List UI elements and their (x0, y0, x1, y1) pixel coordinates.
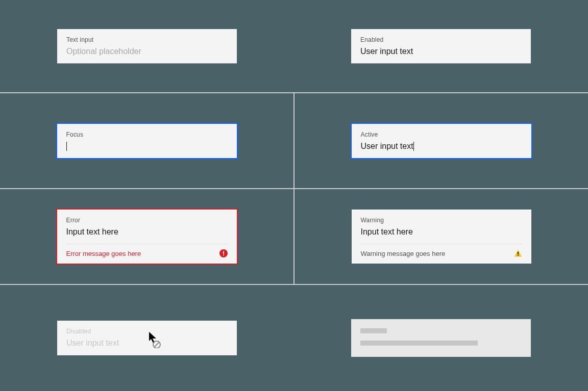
error-message-row: Error message goes here (57, 244, 237, 264)
cell-disabled: Disabled User input text (0, 284, 294, 391)
field-label: Focus (66, 131, 228, 138)
text-caret-icon (413, 142, 414, 151)
warning-message-row: Warning message goes here (352, 244, 531, 264)
field-placeholder: Optional placeholder (66, 46, 228, 57)
text-input-error[interactable]: Error Input text here Error message goes… (57, 210, 237, 264)
field-label: Error (66, 217, 228, 224)
svg-rect-1 (223, 251, 224, 254)
text-input-skeleton (351, 319, 531, 357)
field-label: Text input (66, 36, 228, 43)
field-value: Input text here (66, 227, 228, 238)
field-label: Warning (361, 217, 522, 224)
text-input-focus[interactable]: Focus (57, 124, 237, 158)
error-filled-icon (219, 249, 228, 257)
cell-skeleton (294, 284, 588, 391)
cell-enabled: Enabled User input text (294, 0, 588, 93)
text-input-active[interactable]: Active User input text (352, 124, 531, 158)
text-input-disabled: Disabled User input text (57, 321, 237, 355)
field-value: User input text (361, 141, 522, 152)
text-input-warning[interactable]: Warning Input text here Warning message … (352, 210, 531, 264)
error-message-text: Error message goes here (66, 250, 141, 257)
cell-error: Error Input text here Error message goes… (0, 189, 294, 284)
cell-active: Active User input text (294, 93, 588, 189)
svg-rect-4 (518, 252, 519, 254)
svg-rect-5 (518, 255, 519, 256)
field-value: User input text (66, 338, 228, 349)
skeleton-value-bar (360, 341, 478, 346)
text-input-states-grid: Text input Optional placeholder Enabled … (0, 0, 588, 391)
svg-rect-2 (223, 255, 224, 256)
field-value: User input text (360, 46, 522, 57)
text-input-enabled[interactable]: Enabled User input text (351, 29, 531, 64)
field-value (66, 141, 228, 152)
field-label: Enabled (360, 36, 522, 43)
field-label: Disabled (66, 328, 228, 335)
field-value: Input text here (361, 227, 522, 238)
text-input-default[interactable]: Text input Optional placeholder (57, 29, 237, 64)
field-label: Active (361, 131, 522, 138)
skeleton-label-bar (360, 328, 387, 333)
cell-warning: Warning Input text here Warning message … (294, 189, 588, 284)
warning-filled-icon (514, 249, 522, 257)
cell-focus: Focus (0, 93, 294, 189)
text-caret-icon (66, 142, 67, 151)
warning-message-text: Warning message goes here (361, 250, 446, 257)
cell-default: Text input Optional placeholder (0, 0, 294, 93)
